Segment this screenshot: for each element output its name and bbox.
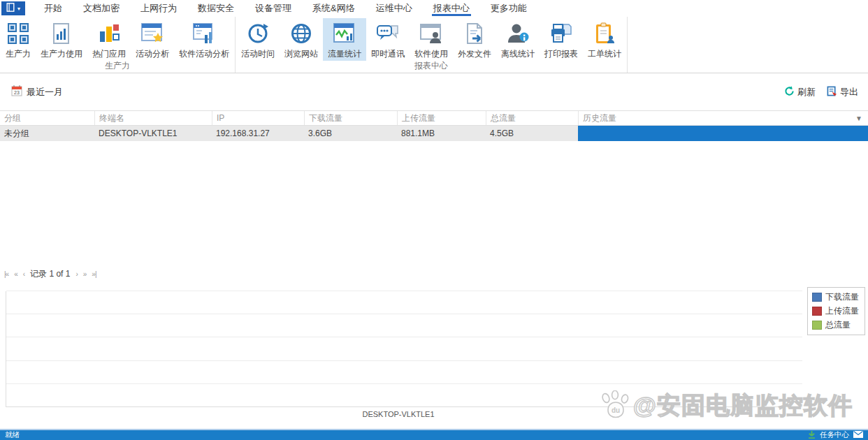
legend-label: 上传流量 — [825, 305, 859, 317]
ribbon-group-report-center: 活动时间 浏览网站 流量统计 即时通讯 — [236, 17, 628, 73]
ribbon-item-offline-stats[interactable]: 离线统计 — [496, 18, 540, 61]
history-clock-icon — [247, 20, 269, 47]
tab-document-encryption[interactable]: 文档加密 — [73, 0, 130, 17]
chat-bubbles-icon — [376, 20, 400, 47]
ribbon-item-label: 软件活动分析 — [179, 48, 229, 60]
refresh-button[interactable]: 刷新 — [784, 86, 816, 98]
column-header-download[interactable]: 下载流量 — [304, 111, 397, 125]
calendar-icon: 23 — [11, 85, 22, 98]
menu-tabs: 开始 文档加密 上网行为 数据安全 设备管理 系统&网络 运维中心 报表中心 更… — [34, 0, 537, 17]
cell-terminal: DESKTOP-VLKTLE1 — [94, 126, 212, 141]
record-count-label: 记录 1 of 1 — [30, 268, 70, 280]
ribbon-item-activity-analysis[interactable]: 活动分析 — [131, 18, 174, 61]
last-page-button[interactable]: »| — [92, 270, 96, 278]
chart-gridline — [6, 383, 802, 384]
export-button[interactable]: 导出 — [827, 86, 858, 98]
ribbon-item-software-activity-analysis[interactable]: 软件活动分析 — [174, 18, 234, 61]
ribbon-item-hot-apps[interactable]: 热门应用 — [87, 18, 131, 61]
ribbon-item-label: 生产力 — [6, 48, 31, 60]
task-center-label: 任务中心 — [820, 430, 849, 440]
date-range-button[interactable]: 23 最近一月 — [11, 85, 63, 98]
column-header-ip[interactable]: IP — [212, 111, 304, 125]
ribbon-item-label: 浏览网站 — [284, 48, 318, 60]
ribbon-item-label: 生产力使用 — [41, 48, 82, 60]
forward-page-button[interactable]: » — [83, 270, 87, 278]
task-download-icon — [808, 431, 816, 440]
tab-start[interactable]: 开始 — [34, 0, 73, 17]
filter-bar: 23 最近一月 刷新 导出 — [0, 73, 868, 110]
legend-item-total: 总流量 — [812, 319, 859, 331]
cell-group: 未分组 — [0, 126, 94, 141]
rewind-page-button[interactable]: « — [14, 270, 17, 278]
column-header-terminal[interactable]: 终端名 — [94, 111, 212, 125]
message-icon[interactable] — [853, 431, 863, 439]
next-page-button[interactable]: › — [75, 270, 77, 278]
ribbon-item-productivity-usage[interactable]: 生产力使用 — [36, 18, 87, 61]
task-center-button[interactable]: 任务中心 — [808, 430, 863, 440]
chevron-down-icon[interactable]: ▼ — [855, 115, 862, 122]
tab-report-center[interactable]: 报表中心 — [423, 0, 480, 17]
tab-more-features[interactable]: 更多功能 — [480, 0, 537, 17]
column-header-upload[interactable]: 上传流量 — [397, 111, 486, 125]
legend-swatch-upload — [812, 307, 822, 316]
ribbon-item-browse-websites[interactable]: 浏览网站 — [280, 18, 323, 61]
tab-data-security[interactable]: 数据安全 — [187, 0, 245, 17]
ribbon-item-label: 热门应用 — [92, 48, 126, 60]
ribbon-item-productivity[interactable]: 生产力 — [1, 18, 36, 61]
ribbon: 生产力 生产力使用 热门应用 活动分析 — [0, 17, 868, 73]
app-menu-icon — [6, 2, 15, 15]
ribbon-item-ticket-stats[interactable]: 工单统计 — [583, 18, 626, 61]
printer-icon — [549, 20, 573, 47]
menu-bar: ▼ 开始 文档加密 上网行为 数据安全 设备管理 系统&网络 运维中心 报表中心… — [0, 0, 868, 17]
tab-internet-behavior[interactable]: 上网行为 — [130, 0, 187, 17]
ribbon-item-traffic-stats[interactable]: 流量统计 — [323, 18, 366, 61]
legend-item-upload: 上传流量 — [812, 305, 859, 317]
chart-legend: 下载流量 上传流量 总流量 — [807, 287, 865, 335]
ribbon-item-activity-time[interactable]: 活动时间 — [236, 18, 280, 61]
tab-ops-center[interactable]: 运维中心 — [366, 0, 423, 17]
cell-upload: 881.1MB — [397, 126, 486, 141]
ribbon-group-label: 报表中心 — [236, 61, 626, 73]
ribbon-item-instant-messaging[interactable]: 即时通讯 — [366, 18, 410, 61]
legend-swatch-total — [812, 321, 822, 330]
ribbon-item-print-reports[interactable]: 打印报表 — [540, 18, 583, 61]
toolbar-actions: 刷新 导出 — [784, 86, 858, 98]
traffic-chart-icon — [333, 20, 356, 47]
svg-text:23: 23 — [14, 90, 20, 95]
ribbon-item-outgoing-files[interactable]: 外发文件 — [453, 18, 496, 61]
chart-gridline — [6, 314, 802, 314]
ribbon-filler — [628, 17, 868, 73]
column-header-group[interactable]: 分组 — [0, 111, 94, 125]
column-header-history[interactable]: 历史流量 ▼ — [578, 111, 868, 125]
legend-label: 总流量 — [825, 319, 851, 331]
prev-page-button[interactable]: ‹ — [23, 270, 24, 278]
colored-bars-icon — [98, 20, 120, 47]
productivity-grid-icon — [7, 20, 29, 47]
svg-text:du: du — [612, 406, 620, 414]
chart-plot — [6, 291, 802, 407]
tab-device-management[interactable]: 设备管理 — [245, 0, 302, 17]
column-header-history-label: 历史流量 — [583, 112, 616, 124]
status-bar: 就绪 任务中心 — [0, 430, 868, 440]
window-user-icon — [419, 20, 443, 47]
ribbon-item-software-usage[interactable]: 软件使用 — [410, 18, 453, 61]
ribbon-item-label: 软件使用 — [414, 48, 448, 60]
column-header-total[interactable]: 总流量 — [486, 111, 578, 125]
ribbon-item-label: 即时通讯 — [371, 48, 405, 60]
refresh-label: 刷新 — [797, 86, 816, 98]
window-minibars-icon — [192, 20, 216, 47]
ribbon-item-label: 打印报表 — [544, 48, 578, 60]
date-range-label: 最近一月 — [27, 86, 63, 98]
table-row[interactable]: 未分组 DESKTOP-VLKTLE1 192.168.31.27 3.6GB … — [0, 126, 868, 141]
chart-gridline — [6, 337, 802, 337]
tab-system-network[interactable]: 系统&网络 — [302, 0, 366, 17]
chart-gridline — [6, 360, 802, 361]
app-menu-button[interactable]: ▼ — [1, 1, 25, 15]
export-icon — [827, 86, 837, 98]
status-ready-label: 就绪 — [5, 430, 20, 440]
ribbon-item-label: 流量统计 — [328, 48, 361, 60]
refresh-icon — [784, 86, 795, 98]
chart-category-label: DESKTOP-VLKTLE1 — [356, 410, 440, 418]
first-page-button[interactable]: |« — [4, 270, 8, 278]
chart-gridline — [6, 406, 802, 407]
